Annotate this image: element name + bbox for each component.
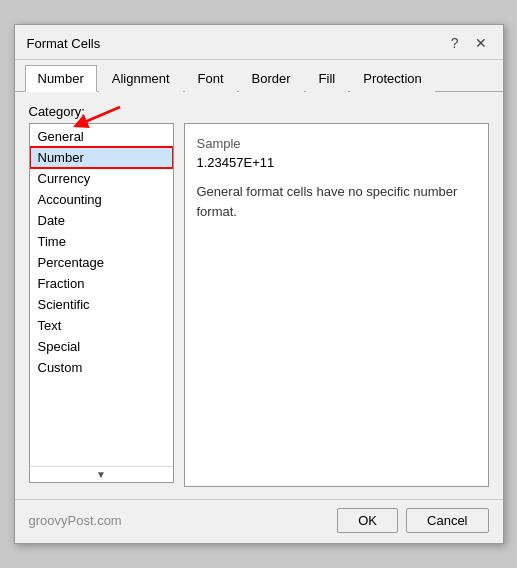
category-text[interactable]: Text bbox=[30, 315, 173, 336]
category-panel: General Number Currency Accounting Date … bbox=[29, 123, 174, 483]
format-description: General format cells have no specific nu… bbox=[197, 182, 476, 221]
right-panel: Sample 1.23457E+11 General format cells … bbox=[184, 123, 489, 487]
category-percentage[interactable]: Percentage bbox=[30, 252, 173, 273]
category-number[interactable]: Number bbox=[30, 147, 173, 168]
dialog-title: Format Cells bbox=[27, 36, 101, 51]
help-button[interactable]: ? bbox=[447, 33, 463, 53]
category-fraction[interactable]: Fraction bbox=[30, 273, 173, 294]
category-label: Category: bbox=[29, 104, 489, 119]
tabs-bar: Number Alignment Font Border Fill Protec… bbox=[15, 60, 503, 92]
format-cells-dialog: Format Cells ? ✕ Number Alignment Font B… bbox=[14, 24, 504, 544]
category-date[interactable]: Date bbox=[30, 210, 173, 231]
category-custom[interactable]: Custom bbox=[30, 357, 173, 378]
ok-button[interactable]: OK bbox=[337, 508, 398, 533]
tab-alignment[interactable]: Alignment bbox=[99, 65, 183, 92]
category-currency[interactable]: Currency bbox=[30, 168, 173, 189]
category-special[interactable]: Special bbox=[30, 336, 173, 357]
brand-label: groovyPost.com bbox=[29, 513, 122, 528]
title-bar: Format Cells ? ✕ bbox=[15, 25, 503, 60]
category-time[interactable]: Time bbox=[30, 231, 173, 252]
tab-fill[interactable]: Fill bbox=[306, 65, 349, 92]
tab-border[interactable]: Border bbox=[239, 65, 304, 92]
dialog-footer: groovyPost.com OK Cancel bbox=[15, 499, 503, 543]
scroll-down-arrow[interactable]: ▼ bbox=[30, 466, 173, 482]
category-list: General Number Currency Accounting Date … bbox=[30, 124, 173, 466]
category-scientific[interactable]: Scientific bbox=[30, 294, 173, 315]
category-general[interactable]: General bbox=[30, 126, 173, 147]
category-accounting[interactable]: Accounting bbox=[30, 189, 173, 210]
footer-buttons: OK Cancel bbox=[337, 508, 488, 533]
tab-protection[interactable]: Protection bbox=[350, 65, 435, 92]
cancel-button[interactable]: Cancel bbox=[406, 508, 488, 533]
sample-value: 1.23457E+11 bbox=[197, 155, 476, 170]
title-bar-controls: ? ✕ bbox=[447, 33, 491, 53]
dialog-content: Category: General Number Currency bbox=[15, 92, 503, 499]
main-row: General Number Currency Accounting Date … bbox=[29, 123, 489, 487]
tab-number[interactable]: Number bbox=[25, 65, 97, 92]
close-button[interactable]: ✕ bbox=[471, 33, 491, 53]
tab-font[interactable]: Font bbox=[185, 65, 237, 92]
sample-label: Sample bbox=[197, 136, 476, 151]
